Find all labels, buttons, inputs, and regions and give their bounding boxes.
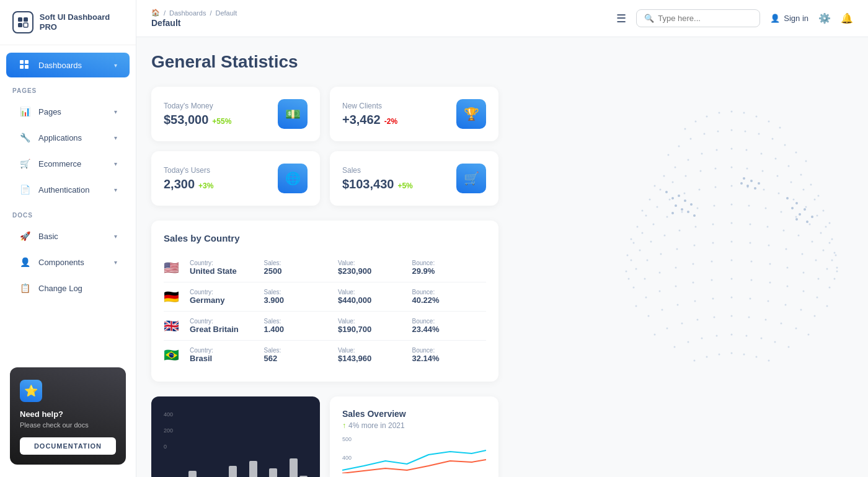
svg-point-89 bbox=[681, 211, 683, 213]
hamburger-button[interactable]: ☰ bbox=[616, 12, 626, 25]
stat-value-money: $53,000 bbox=[164, 113, 208, 127]
trend-up-icon: ↑ bbox=[342, 421, 346, 430]
bounce-germany: 40.22% bbox=[412, 295, 487, 305]
svg-point-82 bbox=[809, 224, 811, 225]
sidebar-item-dashboards[interactable]: Dashboards ▾ bbox=[6, 53, 130, 77]
svg-point-117 bbox=[815, 260, 817, 261]
svg-point-83 bbox=[820, 232, 822, 234]
svg-point-132 bbox=[818, 278, 820, 280]
svg-point-51 bbox=[829, 222, 831, 224]
ecommerce-icon: 🛒 bbox=[19, 157, 31, 170]
stat-card-sales: Sales $103,430 +5% 🛒 bbox=[330, 151, 498, 206]
svg-rect-7 bbox=[25, 65, 29, 69]
svg-point-45 bbox=[762, 170, 764, 172]
pages-chevron-icon: ▾ bbox=[114, 108, 117, 115]
svg-point-202 bbox=[750, 180, 753, 182]
sign-in-label: Sign in bbox=[784, 14, 808, 23]
svg-point-140 bbox=[731, 278, 733, 280]
settings-icon-button[interactable]: ⚙️ bbox=[818, 12, 831, 24]
bottom-section: 400 200 0 bbox=[151, 396, 498, 477]
svg-point-182 bbox=[688, 341, 689, 343]
svg-point-203 bbox=[758, 182, 760, 185]
svg-point-160 bbox=[694, 300, 696, 302]
bar-chart-card: 400 200 0 bbox=[151, 396, 320, 477]
stat-label-clients: New Clients bbox=[342, 102, 397, 110]
search-icon: 🔍 bbox=[644, 14, 654, 23]
svg-point-147 bbox=[711, 279, 713, 281]
svg-point-159 bbox=[712, 298, 714, 300]
sales-by-country-card: Sales by Country 🇺🇸 Country: United Stat… bbox=[151, 221, 498, 382]
svg-point-109 bbox=[639, 250, 641, 252]
y-label-400: 400 bbox=[164, 411, 173, 418]
svg-point-42 bbox=[654, 185, 656, 187]
svg-point-98 bbox=[783, 230, 785, 232]
svg-point-108 bbox=[650, 241, 652, 243]
components-icon: 👤 bbox=[19, 256, 31, 268]
home-icon: 🏠 bbox=[151, 9, 160, 17]
svg-point-92 bbox=[642, 232, 644, 234]
flag-usa: 🇺🇸 bbox=[164, 260, 182, 275]
svg-rect-2 bbox=[18, 23, 22, 27]
sidebar-item-label-changelog: Change Log bbox=[38, 284, 82, 293]
svg-point-76 bbox=[631, 239, 632, 240]
sidebar-item-authentication[interactable]: 📄 Authentication ▾ bbox=[6, 177, 130, 202]
svg-point-39 bbox=[688, 159, 689, 161]
bar-2 bbox=[188, 471, 197, 477]
svg-point-200 bbox=[671, 212, 674, 214]
sidebar-item-components[interactable]: 👤 Components ▾ bbox=[6, 250, 130, 274]
svg-point-115 bbox=[786, 248, 787, 250]
svg-point-163 bbox=[648, 315, 650, 317]
sign-in-button[interactable]: 👤 Sign in bbox=[770, 14, 808, 23]
svg-point-213 bbox=[806, 221, 808, 223]
svg-point-29 bbox=[731, 148, 733, 150]
svg-rect-1 bbox=[24, 17, 28, 22]
svg-point-121 bbox=[694, 245, 696, 247]
search-input[interactable] bbox=[658, 14, 752, 23]
value-germany: $440,000 bbox=[338, 295, 412, 305]
bar-8 bbox=[249, 461, 257, 477]
svg-point-138 bbox=[644, 278, 646, 280]
svg-point-35 bbox=[810, 184, 812, 186]
svg-point-141 bbox=[751, 279, 753, 281]
documentation-button[interactable]: DOCUMENTATION bbox=[20, 437, 116, 455]
svg-point-106 bbox=[679, 230, 681, 232]
y-label-0: 0 bbox=[164, 444, 173, 450]
svg-point-94 bbox=[627, 255, 629, 256]
breadcrumb-dashboards[interactable]: Dashboards bbox=[169, 9, 206, 17]
svg-point-156 bbox=[785, 304, 787, 306]
svg-point-112 bbox=[731, 241, 733, 243]
svg-point-61 bbox=[763, 189, 765, 191]
svg-point-24 bbox=[717, 131, 719, 133]
stat-card-money: Today's Money $53,000 +55% 💵 bbox=[151, 87, 320, 141]
bounce-brasil: 32.14% bbox=[412, 354, 487, 363]
notifications-icon-button[interactable]: 🔔 bbox=[841, 12, 853, 24]
stat-value-users: 2,300 bbox=[164, 177, 195, 191]
sidebar-item-basic[interactable]: 🚀 Basic ▾ bbox=[6, 224, 130, 248]
bar-chart-bars bbox=[164, 456, 308, 477]
country-name-brasil: Brasil bbox=[190, 354, 264, 363]
stat-value-sales: $103,430 bbox=[342, 177, 394, 191]
value-usa: $230,900 bbox=[338, 266, 412, 276]
sidebar-item-changelog[interactable]: 📋 Change Log bbox=[6, 276, 130, 300]
svg-point-158 bbox=[814, 315, 816, 317]
svg-point-123 bbox=[660, 253, 662, 255]
sidebar-item-applications[interactable]: 🔧 Applications ▾ bbox=[6, 125, 130, 150]
svg-point-96 bbox=[750, 224, 751, 225]
svg-point-34 bbox=[800, 174, 802, 176]
svg-point-116 bbox=[802, 253, 804, 255]
sidebar-item-ecommerce[interactable]: 🛒 Ecommerce ▾ bbox=[6, 151, 130, 176]
y-label-200: 200 bbox=[164, 427, 173, 434]
value-gb: $190,700 bbox=[338, 325, 412, 334]
sidebar-item-pages[interactable]: 📊 Pages ▾ bbox=[6, 99, 130, 124]
page-title: Default bbox=[151, 18, 237, 28]
svg-point-204 bbox=[746, 185, 749, 187]
navbar-left: 🏠 / Dashboards / Default Default bbox=[151, 9, 237, 28]
svg-point-152 bbox=[636, 305, 637, 307]
help-card: ⭐ Need help? Please check our docs DOCUM… bbox=[10, 367, 126, 465]
help-title: Need help? bbox=[20, 409, 116, 419]
svg-point-85 bbox=[835, 255, 837, 256]
svg-point-150 bbox=[659, 291, 661, 292]
bar-6 bbox=[229, 466, 237, 477]
svg-point-114 bbox=[768, 245, 770, 247]
sidebar-item-label-applications: Applications bbox=[38, 133, 82, 142]
